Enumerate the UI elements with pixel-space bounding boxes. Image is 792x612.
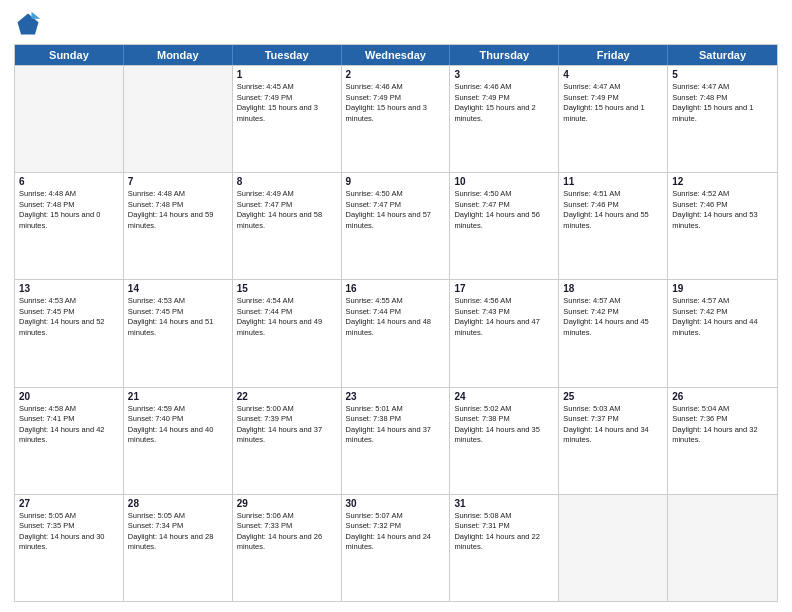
sun-info: Sunrise: 5:05 AMSunset: 7:34 PMDaylight:… — [128, 511, 228, 553]
calendar-header: SundayMondayTuesdayWednesdayThursdayFrid… — [15, 45, 777, 65]
day-number: 8 — [237, 176, 337, 187]
sun-info: Sunrise: 4:50 AMSunset: 7:47 PMDaylight:… — [346, 189, 446, 231]
day-number: 16 — [346, 283, 446, 294]
day-number: 29 — [237, 498, 337, 509]
day-number: 9 — [346, 176, 446, 187]
day-number: 19 — [672, 283, 773, 294]
calendar-cell: 17Sunrise: 4:56 AMSunset: 7:43 PMDayligh… — [450, 280, 559, 386]
sun-info: Sunrise: 4:57 AMSunset: 7:42 PMDaylight:… — [672, 296, 773, 338]
calendar-cell: 24Sunrise: 5:02 AMSunset: 7:38 PMDayligh… — [450, 388, 559, 494]
calendar-cell: 6Sunrise: 4:48 AMSunset: 7:48 PMDaylight… — [15, 173, 124, 279]
calendar-body: 1Sunrise: 4:45 AMSunset: 7:49 PMDaylight… — [15, 65, 777, 601]
sun-info: Sunrise: 5:07 AMSunset: 7:32 PMDaylight:… — [346, 511, 446, 553]
sun-info: Sunrise: 4:53 AMSunset: 7:45 PMDaylight:… — [19, 296, 119, 338]
page: SundayMondayTuesdayWednesdayThursdayFrid… — [0, 0, 792, 612]
calendar-cell: 2Sunrise: 4:46 AMSunset: 7:49 PMDaylight… — [342, 66, 451, 172]
calendar-header-cell: Friday — [559, 45, 668, 65]
day-number: 27 — [19, 498, 119, 509]
day-number: 12 — [672, 176, 773, 187]
calendar-cell: 19Sunrise: 4:57 AMSunset: 7:42 PMDayligh… — [668, 280, 777, 386]
day-number: 24 — [454, 391, 554, 402]
day-number: 3 — [454, 69, 554, 80]
sun-info: Sunrise: 4:59 AMSunset: 7:40 PMDaylight:… — [128, 404, 228, 446]
sun-info: Sunrise: 4:48 AMSunset: 7:48 PMDaylight:… — [19, 189, 119, 231]
day-number: 18 — [563, 283, 663, 294]
calendar-cell — [124, 66, 233, 172]
calendar-cell: 7Sunrise: 4:48 AMSunset: 7:48 PMDaylight… — [124, 173, 233, 279]
day-number: 6 — [19, 176, 119, 187]
day-number: 31 — [454, 498, 554, 509]
calendar-header-cell: Tuesday — [233, 45, 342, 65]
sun-info: Sunrise: 5:00 AMSunset: 7:39 PMDaylight:… — [237, 404, 337, 446]
day-number: 21 — [128, 391, 228, 402]
sun-info: Sunrise: 5:05 AMSunset: 7:35 PMDaylight:… — [19, 511, 119, 553]
calendar-cell: 13Sunrise: 4:53 AMSunset: 7:45 PMDayligh… — [15, 280, 124, 386]
calendar-header-cell: Wednesday — [342, 45, 451, 65]
sun-info: Sunrise: 4:47 AMSunset: 7:48 PMDaylight:… — [672, 82, 773, 124]
day-number: 20 — [19, 391, 119, 402]
sun-info: Sunrise: 4:56 AMSunset: 7:43 PMDaylight:… — [454, 296, 554, 338]
sun-info: Sunrise: 4:46 AMSunset: 7:49 PMDaylight:… — [454, 82, 554, 124]
sun-info: Sunrise: 4:58 AMSunset: 7:41 PMDaylight:… — [19, 404, 119, 446]
day-number: 22 — [237, 391, 337, 402]
calendar-cell — [15, 66, 124, 172]
day-number: 30 — [346, 498, 446, 509]
calendar-cell: 25Sunrise: 5:03 AMSunset: 7:37 PMDayligh… — [559, 388, 668, 494]
calendar-header-cell: Sunday — [15, 45, 124, 65]
calendar-cell: 10Sunrise: 4:50 AMSunset: 7:47 PMDayligh… — [450, 173, 559, 279]
sun-info: Sunrise: 4:51 AMSunset: 7:46 PMDaylight:… — [563, 189, 663, 231]
sun-info: Sunrise: 5:08 AMSunset: 7:31 PMDaylight:… — [454, 511, 554, 553]
calendar-row: 27Sunrise: 5:05 AMSunset: 7:35 PMDayligh… — [15, 494, 777, 601]
day-number: 7 — [128, 176, 228, 187]
calendar-cell: 22Sunrise: 5:00 AMSunset: 7:39 PMDayligh… — [233, 388, 342, 494]
day-number: 26 — [672, 391, 773, 402]
logo — [14, 10, 46, 38]
sun-info: Sunrise: 4:53 AMSunset: 7:45 PMDaylight:… — [128, 296, 228, 338]
sun-info: Sunrise: 4:49 AMSunset: 7:47 PMDaylight:… — [237, 189, 337, 231]
logo-icon — [14, 10, 42, 38]
calendar: SundayMondayTuesdayWednesdayThursdayFrid… — [14, 44, 778, 602]
sun-info: Sunrise: 5:06 AMSunset: 7:33 PMDaylight:… — [237, 511, 337, 553]
day-number: 13 — [19, 283, 119, 294]
day-number: 5 — [672, 69, 773, 80]
calendar-cell — [559, 495, 668, 601]
calendar-cell: 31Sunrise: 5:08 AMSunset: 7:31 PMDayligh… — [450, 495, 559, 601]
calendar-row: 13Sunrise: 4:53 AMSunset: 7:45 PMDayligh… — [15, 279, 777, 386]
day-number: 4 — [563, 69, 663, 80]
calendar-cell: 4Sunrise: 4:47 AMSunset: 7:49 PMDaylight… — [559, 66, 668, 172]
calendar-cell: 28Sunrise: 5:05 AMSunset: 7:34 PMDayligh… — [124, 495, 233, 601]
sun-info: Sunrise: 5:01 AMSunset: 7:38 PMDaylight:… — [346, 404, 446, 446]
day-number: 17 — [454, 283, 554, 294]
calendar-cell: 11Sunrise: 4:51 AMSunset: 7:46 PMDayligh… — [559, 173, 668, 279]
calendar-cell: 20Sunrise: 4:58 AMSunset: 7:41 PMDayligh… — [15, 388, 124, 494]
calendar-cell: 3Sunrise: 4:46 AMSunset: 7:49 PMDaylight… — [450, 66, 559, 172]
calendar-cell: 1Sunrise: 4:45 AMSunset: 7:49 PMDaylight… — [233, 66, 342, 172]
sun-info: Sunrise: 5:04 AMSunset: 7:36 PMDaylight:… — [672, 404, 773, 446]
calendar-cell: 23Sunrise: 5:01 AMSunset: 7:38 PMDayligh… — [342, 388, 451, 494]
sun-info: Sunrise: 4:55 AMSunset: 7:44 PMDaylight:… — [346, 296, 446, 338]
calendar-header-cell: Thursday — [450, 45, 559, 65]
header — [14, 10, 778, 38]
calendar-header-cell: Saturday — [668, 45, 777, 65]
day-number: 1 — [237, 69, 337, 80]
sun-info: Sunrise: 4:54 AMSunset: 7:44 PMDaylight:… — [237, 296, 337, 338]
day-number: 23 — [346, 391, 446, 402]
calendar-cell: 30Sunrise: 5:07 AMSunset: 7:32 PMDayligh… — [342, 495, 451, 601]
day-number: 10 — [454, 176, 554, 187]
calendar-cell: 9Sunrise: 4:50 AMSunset: 7:47 PMDaylight… — [342, 173, 451, 279]
sun-info: Sunrise: 5:03 AMSunset: 7:37 PMDaylight:… — [563, 404, 663, 446]
sun-info: Sunrise: 4:46 AMSunset: 7:49 PMDaylight:… — [346, 82, 446, 124]
calendar-header-cell: Monday — [124, 45, 233, 65]
calendar-cell — [668, 495, 777, 601]
calendar-cell: 15Sunrise: 4:54 AMSunset: 7:44 PMDayligh… — [233, 280, 342, 386]
calendar-cell: 29Sunrise: 5:06 AMSunset: 7:33 PMDayligh… — [233, 495, 342, 601]
sun-info: Sunrise: 4:48 AMSunset: 7:48 PMDaylight:… — [128, 189, 228, 231]
sun-info: Sunrise: 4:57 AMSunset: 7:42 PMDaylight:… — [563, 296, 663, 338]
calendar-row: 20Sunrise: 4:58 AMSunset: 7:41 PMDayligh… — [15, 387, 777, 494]
calendar-cell: 21Sunrise: 4:59 AMSunset: 7:40 PMDayligh… — [124, 388, 233, 494]
sun-info: Sunrise: 4:50 AMSunset: 7:47 PMDaylight:… — [454, 189, 554, 231]
calendar-row: 6Sunrise: 4:48 AMSunset: 7:48 PMDaylight… — [15, 172, 777, 279]
calendar-cell: 27Sunrise: 5:05 AMSunset: 7:35 PMDayligh… — [15, 495, 124, 601]
day-number: 14 — [128, 283, 228, 294]
day-number: 11 — [563, 176, 663, 187]
